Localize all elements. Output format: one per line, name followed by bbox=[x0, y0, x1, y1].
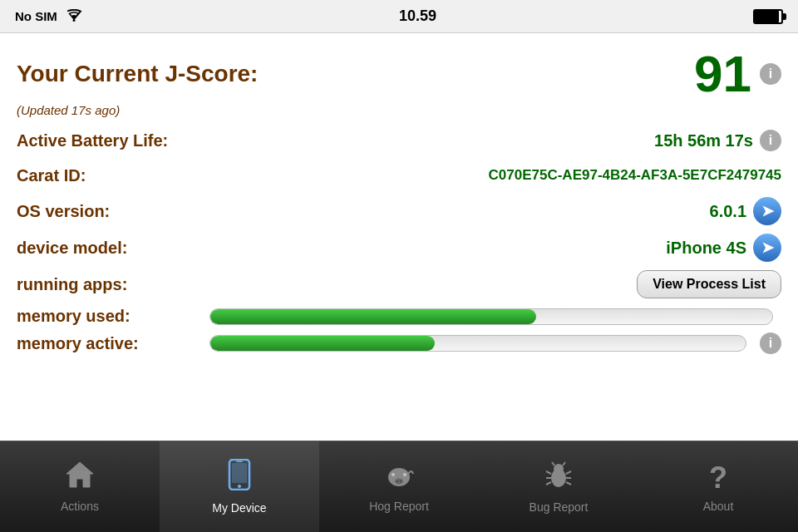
svg-rect-3 bbox=[232, 463, 247, 483]
device-model-arrow[interactable]: ➤ bbox=[753, 234, 781, 262]
main-content: Your Current J-Score: 91 i (Updated 17s … bbox=[0, 33, 798, 441]
svg-point-10 bbox=[397, 480, 398, 482]
tab-bug-report-label: Bug Report bbox=[530, 500, 589, 514]
jscore-row: Your Current J-Score: 91 i bbox=[17, 48, 781, 100]
updated-text: (Updated 17s ago) bbox=[17, 103, 781, 117]
svg-point-4 bbox=[238, 485, 241, 488]
memory-active-info-icon[interactable]: i bbox=[760, 332, 781, 354]
svg-line-21 bbox=[566, 482, 571, 485]
status-bar: No SIM 10.59 bbox=[0, 0, 798, 33]
svg-line-23 bbox=[563, 462, 565, 466]
tab-my-device-label: My Device bbox=[212, 501, 266, 515]
svg-point-15 bbox=[554, 464, 564, 474]
question-icon: ? bbox=[709, 461, 727, 495]
tab-actions[interactable]: Actions bbox=[0, 441, 160, 532]
tab-about[interactable]: ? About bbox=[638, 441, 798, 532]
memory-used-fill bbox=[210, 309, 536, 324]
tab-hog-report-label: Hog Report bbox=[369, 500, 429, 513]
device-model-text: iPhone 4S bbox=[666, 239, 746, 258]
memory-active-label: memory active: bbox=[17, 334, 200, 353]
carat-id-label: Carat ID: bbox=[17, 166, 86, 185]
svg-point-13 bbox=[403, 473, 406, 476]
phone-icon bbox=[228, 459, 251, 497]
jscore-right: 91 i bbox=[694, 48, 781, 100]
svg-line-18 bbox=[546, 482, 551, 485]
svg-point-11 bbox=[400, 480, 401, 482]
status-left: No SIM bbox=[15, 9, 82, 24]
os-version-text: 6.0.1 bbox=[710, 202, 746, 221]
os-version-value: 6.0.1 ➤ bbox=[710, 197, 781, 225]
device-model-label: device model: bbox=[17, 239, 127, 258]
tab-hog-report[interactable]: Hog Report bbox=[319, 441, 479, 532]
battery-icon bbox=[753, 9, 783, 24]
battery-life-value: 15h 56m 17s i bbox=[654, 130, 781, 151]
os-version-row: OS version: 6.0.1 ➤ bbox=[17, 197, 781, 225]
running-apps-label: running apps: bbox=[17, 275, 127, 294]
carrier-label: No SIM bbox=[15, 9, 57, 23]
memory-active-row: memory active: i bbox=[17, 332, 781, 354]
device-model-row: device model: iPhone 4S ➤ bbox=[17, 234, 781, 262]
status-time: 10.59 bbox=[399, 7, 436, 25]
battery-indicator bbox=[753, 9, 783, 24]
house-icon bbox=[65, 461, 95, 495]
memory-used-label: memory used: bbox=[17, 307, 200, 326]
svg-point-9 bbox=[395, 479, 403, 485]
wifi-icon bbox=[66, 9, 82, 24]
battery-life-label: Active Battery Life: bbox=[17, 131, 168, 150]
tab-my-device[interactable]: My Device bbox=[160, 441, 319, 532]
tab-about-label: About bbox=[703, 500, 734, 513]
tab-bug-report[interactable]: Bug Report bbox=[479, 441, 638, 532]
svg-rect-5 bbox=[236, 461, 243, 463]
tab-actions-label: Actions bbox=[61, 500, 99, 513]
memory-used-row: memory used: bbox=[17, 307, 781, 326]
tab-bar: Actions My Device bbox=[0, 441, 798, 532]
svg-line-19 bbox=[566, 471, 571, 474]
running-apps-row: running apps: View Process List bbox=[17, 270, 781, 298]
memory-active-bar bbox=[209, 335, 746, 352]
svg-marker-1 bbox=[66, 462, 93, 487]
battery-fill bbox=[755, 11, 779, 22]
pig-icon bbox=[383, 461, 415, 495]
svg-point-0 bbox=[72, 19, 75, 22]
svg-line-16 bbox=[546, 471, 551, 474]
jscore-info-icon[interactable]: i bbox=[760, 63, 781, 85]
jscore-value: 91 bbox=[694, 48, 751, 100]
carat-id-value: C070E75C-AE97-4B24-AF3A-5E7CF2479745 bbox=[489, 167, 781, 184]
battery-life-row: Active Battery Life: 15h 56m 17s i bbox=[17, 127, 781, 154]
device-model-value: iPhone 4S ➤ bbox=[666, 234, 781, 262]
jscore-label: Your Current J-Score: bbox=[17, 61, 258, 87]
bug-icon bbox=[545, 460, 572, 496]
os-version-arrow[interactable]: ➤ bbox=[753, 197, 781, 225]
memory-used-bar bbox=[209, 308, 773, 325]
memory-active-fill bbox=[210, 336, 435, 351]
svg-line-22 bbox=[552, 462, 554, 466]
battery-info-icon[interactable]: i bbox=[760, 130, 781, 151]
svg-point-12 bbox=[392, 473, 395, 476]
battery-life-text: 15h 56m 17s bbox=[654, 131, 753, 150]
os-version-label: OS version: bbox=[17, 202, 110, 221]
view-process-list-button[interactable]: View Process List bbox=[637, 270, 781, 298]
carat-id-row: Carat ID: C070E75C-AE97-4B24-AF3A-5E7CF2… bbox=[17, 162, 781, 189]
